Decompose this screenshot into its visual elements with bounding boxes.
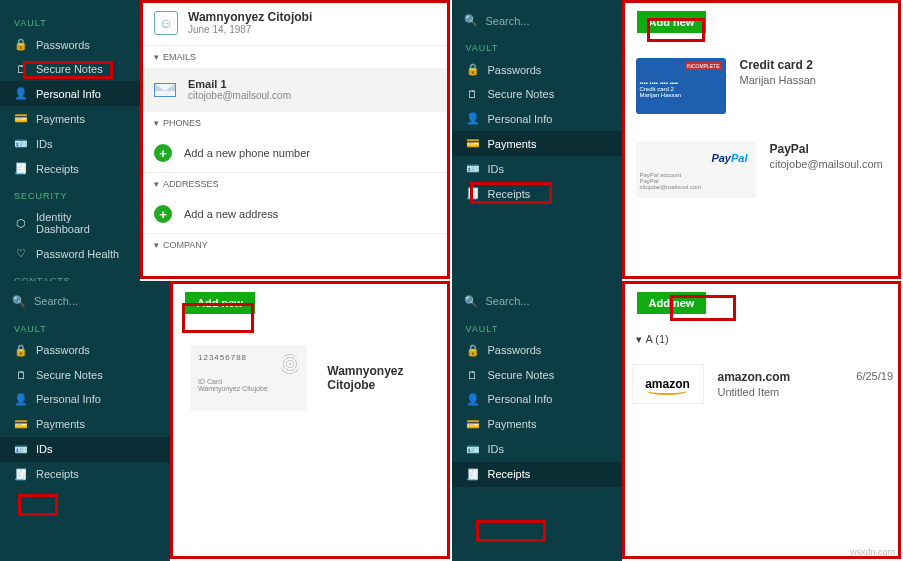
sidebar-item-secure-notes[interactable]: 🗒Secure Notes: [0, 57, 140, 81]
sidebar-item-personal-info[interactable]: 👤Personal Info: [0, 387, 170, 412]
search-input[interactable]: 🔍Search...: [452, 8, 622, 33]
profile-header: ☺ Wamnyonyez Citojobi June 14, 1987: [140, 0, 452, 45]
group-header[interactable]: ▾ A (1): [622, 325, 904, 354]
id-icon: 🪪: [466, 443, 480, 456]
add-new-button[interactable]: Add new: [636, 291, 708, 315]
payment-title: PayPal: [770, 142, 883, 156]
lock-icon: 🔒: [466, 63, 480, 76]
payment-title: Credit card 2: [740, 58, 816, 72]
credit-card-thumbnail: INCOMPLETE •••• •••• •••• •••• Credit ca…: [636, 58, 726, 114]
amazon-logo-icon: amazon: [632, 364, 704, 404]
sidebar-item-secure-notes[interactable]: 🗒Secure Notes: [452, 82, 622, 106]
receipt-icon: 🧾: [14, 468, 28, 481]
sidebar-item-passwords[interactable]: 🔒Passwords: [452, 338, 622, 363]
receipt-row[interactable]: amazon amazon.com 6/25/19 Untitled Item: [622, 354, 904, 414]
shield-icon: ⬡: [14, 217, 28, 230]
sidebar-item-passwords[interactable]: 🔒Passwords: [0, 32, 140, 57]
payment-row-paypal[interactable]: PayPal PayPal account PayPal citojobe@ma…: [622, 128, 904, 212]
sidebar-item-receipts[interactable]: 🧾Receipts: [0, 462, 170, 487]
sidebar-item-identity-dashboard[interactable]: ⬡Identity Dashboard: [0, 205, 140, 241]
id-icon: 🪪: [14, 443, 28, 456]
search-icon: 🔍: [464, 14, 478, 27]
sidebar-item-payments[interactable]: 💳Payments: [0, 412, 170, 437]
id-icon: 🪪: [466, 162, 480, 175]
email-row[interactable]: Email 1 citojobe@mailsoul.com: [140, 68, 452, 111]
sidebar-item-password-health[interactable]: ♡Password Health: [0, 241, 140, 266]
sidebar-item-payments[interactable]: 💳Payments: [0, 106, 140, 131]
sidebar-item-receipts[interactable]: 🧾Receipts: [452, 181, 622, 206]
receipt-icon: 🧾: [466, 187, 480, 200]
sidebar-item-receipts[interactable]: 🧾Receipts: [452, 462, 622, 487]
sidebar-item-secure-notes[interactable]: 🗒Secure Notes: [0, 363, 170, 387]
envelope-icon: [154, 83, 176, 97]
add-phone-row[interactable]: + Add a new phone number: [140, 134, 452, 172]
lock-icon: 🔒: [14, 38, 28, 51]
plus-icon: +: [154, 205, 172, 223]
card-icon: 💳: [466, 418, 480, 431]
note-icon: 🗒: [14, 369, 28, 381]
emails-section-header[interactable]: ▾ EMAILS: [140, 45, 452, 68]
sidebar-item-ids[interactable]: 🪪IDs: [452, 156, 622, 181]
sidebar-item-ids[interactable]: 🪪IDs: [0, 437, 170, 462]
vault-header: VAULT: [0, 314, 170, 338]
note-icon: 🗒: [466, 369, 480, 381]
security-header: SECURITY: [0, 181, 140, 205]
avatar-icon: ☺: [154, 11, 178, 35]
sidebar-item-receipts[interactable]: 🧾Receipts: [0, 156, 140, 181]
receipt-icon: 🧾: [14, 162, 28, 175]
note-icon: 🗒: [466, 88, 480, 100]
plus-icon: +: [154, 144, 172, 162]
vault-header: VAULT: [0, 8, 140, 32]
lock-icon: 🔒: [466, 344, 480, 357]
sidebar-item-personal-info[interactable]: 👤Personal Info: [452, 106, 622, 131]
card-icon: 💳: [14, 112, 28, 125]
incomplete-badge: INCOMPLETE: [685, 62, 722, 70]
person-icon: 👤: [466, 393, 480, 406]
profile-name: Wamnyonyez Citojobi: [188, 10, 312, 24]
email-address: citojobe@mailsoul.com: [188, 90, 291, 101]
sidebar-item-payments[interactable]: 💳Payments: [452, 412, 622, 437]
payment-subtitle: citojobe@mailsoul.com: [770, 158, 883, 170]
card-icon: 💳: [466, 137, 480, 150]
add-new-button[interactable]: Add new: [184, 291, 256, 315]
payment-subtitle: Marijan Hassan: [740, 74, 816, 86]
person-icon: 👤: [466, 112, 480, 125]
paypal-logo-icon: PayPal: [711, 152, 747, 164]
id-row[interactable]: 123456788 ID Card Wamnyonyez Citojobe Wa…: [170, 325, 452, 431]
receipt-date: 6/25/19: [856, 370, 893, 384]
vault-header: VAULT: [452, 314, 622, 338]
search-input[interactable]: 🔍Search...: [0, 289, 170, 314]
contacts-header: CONTACTS: [0, 266, 140, 281]
profile-dob: June 14, 1987: [188, 24, 312, 35]
sidebar-item-passwords[interactable]: 🔒Passwords: [0, 338, 170, 363]
receipt-icon: 🧾: [466, 468, 480, 481]
search-icon: 🔍: [464, 295, 478, 308]
watermark: wsxdn.com: [850, 547, 895, 557]
note-icon: 🗒: [14, 63, 28, 75]
receipt-subtitle: Untitled Item: [718, 386, 894, 398]
vault-header: VAULT: [452, 33, 622, 57]
id-card-thumbnail: 123456788 ID Card Wamnyonyez Citojobe: [190, 345, 307, 411]
lock-icon: 🔒: [14, 344, 28, 357]
receipt-merchant: amazon.com: [718, 370, 791, 384]
sidebar-item-ids[interactable]: 🪪IDs: [452, 437, 622, 462]
add-new-button[interactable]: Add new: [636, 10, 708, 34]
sidebar-item-payments[interactable]: 💳Payments: [452, 131, 622, 156]
sidebar-item-personal-info[interactable]: 👤Personal Info: [0, 81, 140, 106]
id-icon: 🪪: [14, 137, 28, 150]
sidebar-item-personal-info[interactable]: 👤Personal Info: [452, 387, 622, 412]
sidebar-item-secure-notes[interactable]: 🗒Secure Notes: [452, 363, 622, 387]
sidebar-item-ids[interactable]: 🪪IDs: [0, 131, 140, 156]
search-input[interactable]: 🔍Search...: [452, 289, 622, 314]
email-label: Email 1: [188, 78, 291, 90]
card-icon: 💳: [14, 418, 28, 431]
heart-icon: ♡: [14, 247, 28, 260]
person-icon: 👤: [14, 393, 28, 406]
payment-row-credit-card[interactable]: INCOMPLETE •••• •••• •••• •••• Credit ca…: [622, 44, 904, 128]
search-icon: 🔍: [12, 295, 26, 308]
company-section-header[interactable]: ▾ COMPANY: [140, 233, 452, 256]
add-address-row[interactable]: + Add a new address: [140, 195, 452, 233]
phones-section-header[interactable]: ▾ PHONES: [140, 111, 452, 134]
sidebar-item-passwords[interactable]: 🔒Passwords: [452, 57, 622, 82]
addresses-section-header[interactable]: ▾ ADDRESSES: [140, 172, 452, 195]
